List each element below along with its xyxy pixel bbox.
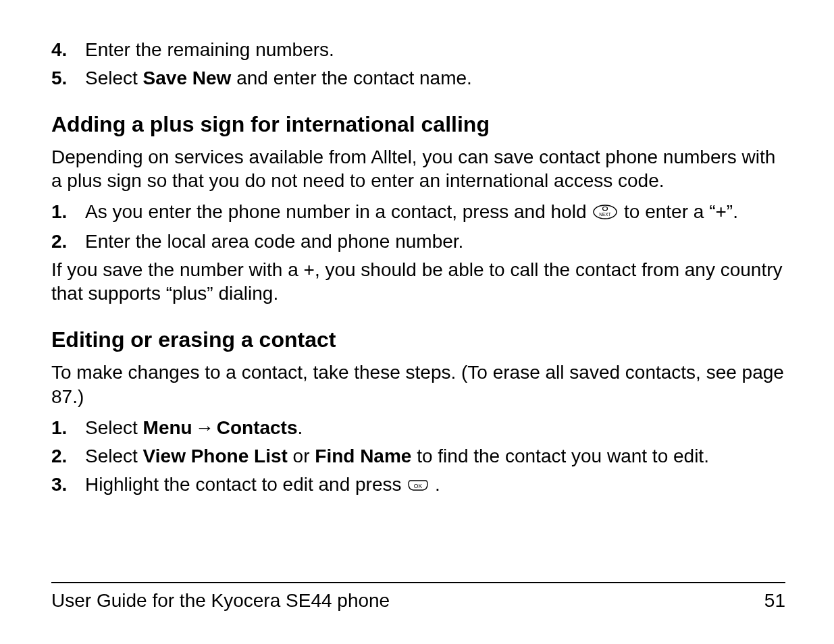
- list-item: 2. Select View Phone List or Find Name t…: [51, 444, 785, 468]
- svg-text:NEXT: NEXT: [600, 212, 611, 217]
- document-page: 4. Enter the remaining numbers. 5. Selec…: [0, 0, 834, 644]
- bold-run: Contacts: [217, 417, 298, 438]
- step-text: Highlight the contact to edit and press …: [85, 473, 785, 498]
- text-run: to enter a “+”.: [624, 201, 738, 222]
- edit-step-list: 1. Select Menu→Contacts. 2. Select View …: [51, 416, 785, 498]
- page-number: 51: [764, 589, 785, 613]
- footer-title: User Guide for the Kyocera SE44 phone: [51, 589, 390, 613]
- section-heading-plus: Adding a plus sign for international cal…: [51, 111, 785, 138]
- step-number: 5.: [51, 66, 85, 90]
- step-number: 3.: [51, 473, 85, 497]
- bold-run: Menu: [143, 417, 192, 438]
- arrow-icon: →: [192, 417, 217, 438]
- text-run: Select: [85, 68, 143, 88]
- bold-run: Find Name: [315, 446, 411, 466]
- list-item: 5. Select Save New and enter the contact…: [51, 66, 785, 90]
- step-text: Enter the remaining numbers.: [85, 38, 785, 62]
- zero-next-key-icon: NEXT: [593, 201, 617, 225]
- step-number: 1.: [51, 416, 85, 440]
- section-intro-plus: Depending on services available from All…: [51, 145, 785, 194]
- section-intro-edit: To make changes to a contact, take these…: [51, 360, 785, 409]
- bold-run: Save New: [143, 68, 232, 88]
- step-text: Select View Phone List or Find Name to f…: [85, 444, 785, 468]
- step-number: 2.: [51, 230, 85, 254]
- step-number: 2.: [51, 444, 85, 468]
- step-text: Select Save New and enter the contact na…: [85, 66, 785, 90]
- continued-step-list: 4. Enter the remaining numbers. 5. Selec…: [51, 38, 785, 90]
- text-run: Highlight the contact to edit and press: [85, 474, 407, 495]
- section-note-plus: If you save the number with a +, you sho…: [51, 258, 785, 306]
- step-number: 1.: [51, 200, 85, 224]
- text-run: As you enter the phone number in a conta…: [85, 201, 592, 222]
- svg-rect-1: [603, 207, 608, 210]
- bold-run: View Phone List: [143, 446, 288, 466]
- svg-text:OK: OK: [414, 483, 423, 489]
- ok-key-icon: OK: [408, 473, 428, 498]
- text-run: and enter the contact name.: [231, 68, 471, 88]
- step-text: As you enter the phone number in a conta…: [85, 200, 785, 225]
- step-text: Select Menu→Contacts.: [85, 416, 785, 440]
- section-heading-edit: Editing or erasing a contact: [51, 326, 785, 354]
- list-item: 4. Enter the remaining numbers.: [51, 38, 785, 62]
- text-run: .: [435, 474, 440, 495]
- text-run: Select: [85, 417, 143, 438]
- text-run: .: [298, 417, 303, 438]
- step-text: Enter the local area code and phone numb…: [85, 230, 785, 254]
- list-item: 2. Enter the local area code and phone n…: [51, 230, 785, 254]
- list-item: 1. Select Menu→Contacts.: [51, 416, 785, 440]
- list-item: 3. Highlight the contact to edit and pre…: [51, 473, 785, 498]
- text-run: Select: [85, 446, 143, 466]
- page-footer: User Guide for the Kyocera SE44 phone 51: [51, 582, 785, 613]
- text-run: to find the contact you want to edit.: [411, 446, 709, 466]
- text-run: or: [288, 446, 315, 466]
- plus-step-list: 1. As you enter the phone number in a co…: [51, 200, 785, 253]
- list-item: 1. As you enter the phone number in a co…: [51, 200, 785, 225]
- step-number: 4.: [51, 38, 85, 62]
